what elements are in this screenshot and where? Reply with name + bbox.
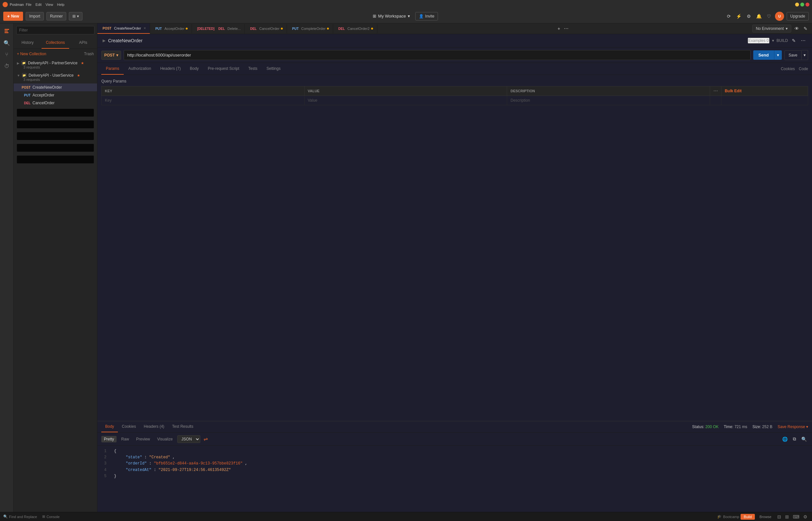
cookies-link[interactable]: Cookies	[781, 67, 795, 71]
notification-button[interactable]: 🔔	[755, 12, 763, 20]
find-replace-button[interactable]: 🔍 Find and Replace	[3, 515, 37, 519]
sidebar-icon-history[interactable]: ⏱	[2, 61, 12, 71]
resp-tab-cookies[interactable]: Cookies	[118, 421, 140, 432]
send-dropdown-button[interactable]: ▾	[774, 50, 782, 60]
request-item-createneworder[interactable]: POST CreateNewOrder	[14, 84, 97, 91]
save-response-button[interactable]: Save Response ▾	[778, 425, 808, 429]
key-input[interactable]	[101, 96, 304, 105]
tab-createneworder[interactable]: POST CreateNewOrder ×	[97, 23, 150, 34]
build-button[interactable]: BUILD	[776, 38, 788, 43]
tab-cancelorder2[interactable]: DEL CancelOrder2	[333, 24, 377, 33]
format-tab-raw[interactable]: Raw	[118, 436, 132, 443]
req-tab-authorization[interactable]: Authorization	[124, 63, 156, 75]
bootcamp-button[interactable]: 🎓 Bootcamp	[717, 515, 739, 519]
save-button[interactable]: Save	[784, 50, 802, 60]
sync-button[interactable]: ⟳	[726, 12, 732, 20]
add-tab-button[interactable]: +	[556, 25, 561, 32]
tab-cancelorder1[interactable]: DEL CancelOrder	[245, 24, 287, 33]
code-link[interactable]: Code	[799, 67, 808, 71]
runner-button[interactable]: Runner	[46, 12, 66, 20]
menu-view[interactable]: View	[45, 3, 53, 6]
json-format-select[interactable]: JSON HTML Text XML	[177, 435, 200, 443]
menu-edit[interactable]: Edit	[36, 3, 42, 6]
value-input[interactable]	[304, 96, 507, 105]
send-button[interactable]: Send	[753, 50, 774, 60]
layout-icon-1[interactable]: ⊟	[776, 514, 783, 520]
search-resp-icon[interactable]: 🔍	[800, 435, 808, 443]
tab-dot-orange	[186, 28, 188, 29]
layout-button[interactable]: ⊞ ▾	[69, 12, 82, 20]
code-line-5: 5 }	[101, 473, 808, 479]
satellite-button[interactable]: ⚡	[735, 12, 743, 20]
tab-history[interactable]: History	[14, 37, 42, 49]
format-tab-visualize[interactable]: Visualize	[155, 436, 175, 443]
resp-tab-headers[interactable]: Headers (4)	[140, 421, 168, 432]
req-tab-prerequest[interactable]: Pre-request Script	[203, 63, 244, 75]
tab-close-createneworder[interactable]: ×	[143, 26, 146, 30]
tab-collections[interactable]: Collections	[42, 37, 69, 49]
request-tabs-bar: POST CreateNewOrder × PUT AcceptOrder [D…	[97, 23, 812, 34]
request-item-acceptorder[interactable]: PUT AcceptOrder	[14, 91, 97, 99]
method-badge-post: POST	[21, 86, 30, 89]
trash-button[interactable]: Trash	[84, 52, 94, 56]
sidebar-icon-api[interactable]	[2, 26, 12, 37]
req-tab-settings[interactable]: Settings	[262, 63, 285, 75]
examples-button[interactable]: Examples 0	[748, 38, 769, 44]
new-button[interactable]: + New	[3, 12, 23, 21]
env-edit-button[interactable]: ✎	[802, 25, 809, 32]
avatar[interactable]: U	[775, 12, 784, 21]
beautify-button[interactable]: ⇌	[202, 435, 209, 444]
tab-acceptorder[interactable]: PUT AcceptOrder	[150, 24, 192, 33]
more-tabs-button[interactable]: ⋯	[563, 25, 570, 32]
method-selector[interactable]: POST ▾	[101, 51, 121, 60]
response-panel: Body Cookies Headers (4) Test Results St…	[97, 421, 812, 512]
tab-deleted[interactable]: [DELETED] DEL Delete...	[192, 24, 245, 33]
more-options-button[interactable]: ⋯	[800, 37, 807, 45]
time-value: 721 ms	[735, 425, 747, 429]
copy-icon[interactable]: ⧉	[792, 435, 797, 443]
workspace-selector[interactable]: ⊞ My Workspace ▾	[370, 12, 413, 20]
build-mode-button[interactable]: Build	[741, 514, 755, 520]
req-tab-params[interactable]: Params	[101, 63, 124, 75]
close-button[interactable]	[806, 3, 809, 6]
keyboard-icon[interactable]: ⌨	[792, 514, 801, 520]
search-input[interactable]	[16, 26, 94, 35]
format-tab-pretty[interactable]: Pretty	[101, 436, 117, 443]
format-tab-preview[interactable]: Preview	[134, 436, 153, 443]
env-eye-button[interactable]: 👁	[793, 25, 800, 32]
invite-button[interactable]: 👤 Invite	[415, 12, 438, 20]
tab-completeorder[interactable]: PUT CompleteOrder	[287, 24, 333, 33]
desc-input[interactable]	[507, 96, 710, 105]
import-button[interactable]: Import	[26, 12, 44, 20]
bulk-edit-button[interactable]: Bulk Edit	[725, 89, 742, 93]
sidebar-icon-search[interactable]: 🔍	[2, 38, 12, 48]
upgrade-button[interactable]: Upgrade	[787, 12, 809, 20]
req-tab-tests[interactable]: Tests	[244, 63, 262, 75]
save-dropdown-button[interactable]: ▾	[802, 50, 808, 60]
tab-apis[interactable]: APIs	[69, 37, 97, 49]
collection-item-userservice[interactable]: ▼ 📁 DeliveryAPI - UserService ★ 3 reques…	[14, 71, 97, 84]
menu-file[interactable]: File	[26, 3, 31, 6]
collection-item-partnerservice[interactable]: ▶ 📁 DeliveryAPI - PartnerService ★ 3 req…	[14, 59, 97, 71]
new-collection-button[interactable]: + New Collection	[17, 52, 46, 56]
req-tab-headers[interactable]: Headers (7)	[156, 63, 185, 75]
console-button[interactable]: ⊞ Console	[42, 515, 60, 519]
settings-bottom-icon[interactable]: ⚙	[802, 514, 809, 520]
edit-icon-button[interactable]: ✎	[791, 37, 797, 45]
col-header-key: KEY	[101, 86, 304, 96]
resp-tab-testresults[interactable]: Test Results	[168, 421, 197, 432]
layout-icon-2[interactable]: ⊞	[784, 514, 790, 520]
minimize-button[interactable]	[795, 3, 799, 6]
environment-selector[interactable]: No Environment ▾	[752, 25, 791, 32]
settings-button[interactable]: ⚙	[745, 12, 752, 20]
sidebar-icon-fork[interactable]: ⑂	[2, 49, 12, 60]
globe-icon[interactable]: 🌐	[781, 435, 789, 443]
req-tab-body[interactable]: Body	[185, 63, 203, 75]
heart-button[interactable]: ♡	[766, 12, 772, 20]
browse-mode-button[interactable]: Browse	[756, 514, 775, 520]
request-item-cancelorder[interactable]: DEL CancelOrder	[14, 99, 97, 107]
resp-tab-body[interactable]: Body	[101, 421, 118, 432]
url-input[interactable]	[124, 50, 751, 60]
menu-help[interactable]: Help	[57, 3, 65, 6]
maximize-button[interactable]	[800, 3, 804, 6]
